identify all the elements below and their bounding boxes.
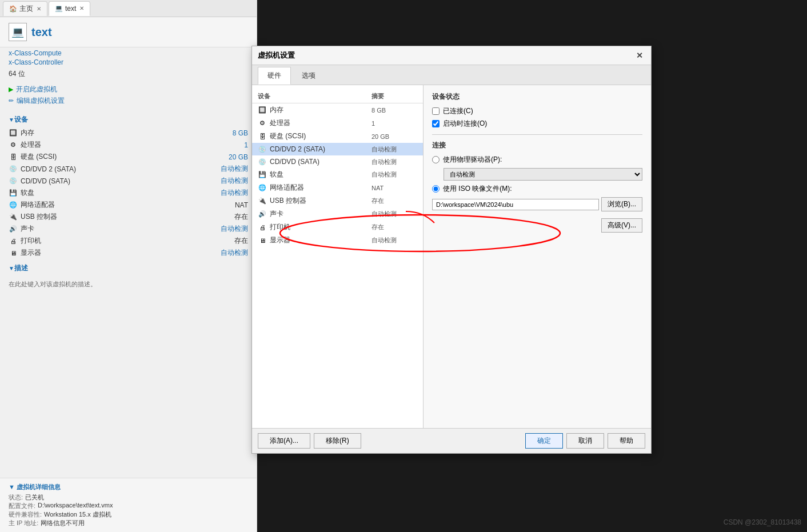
desc-placeholder: 在此处键入对该虚拟机的描述。 — [9, 280, 248, 289]
detail-label: 配置文件: — [9, 502, 35, 510]
detail-value: D:\workspace\text\text.vmx — [38, 502, 113, 510]
dialog-device-dvd2sata[interactable]: 💿CD/DVD 2 (SATA)自动检测 — [252, 143, 423, 155]
dli-summary-dvdsata: 自动检测 — [371, 158, 417, 166]
tab-text[interactable]: 💻 text ✕ — [49, 1, 90, 16]
dialog-footer: 添加(A)... 移除(R) 确定 取消 帮助 — [252, 428, 651, 453]
dli-name-sound: 声卡 — [270, 209, 371, 219]
dialog-device-printer[interactable]: 🖨打印机存在 — [252, 221, 423, 234]
start-label: 开启此虚拟机 — [16, 85, 57, 94]
ok-button[interactable]: 确定 — [525, 433, 563, 449]
tab-home-label: 主页 — [19, 4, 33, 14]
vm-name: text — [31, 26, 52, 39]
dli-summary-usb: 存在 — [371, 197, 417, 205]
dialog-device-hdd[interactable]: 🗄硬盘 (SCSI)20 GB — [252, 130, 423, 143]
col-summary: 摘要 — [371, 92, 417, 101]
physical-drive-select[interactable]: 自动检测 — [444, 168, 642, 181]
connection-title: 连接 — [432, 141, 642, 150]
vm-icon: 💻 — [9, 23, 27, 41]
dialog-tab-options[interactable]: 选项 — [292, 67, 325, 85]
browse-button[interactable]: 浏览(B)... — [601, 197, 642, 211]
vm-device-row-dvd1: 💿CD/DVD 2 (SATA)自动检测 — [9, 163, 248, 175]
vm-detail-row: 状态:已关机 — [9, 493, 248, 502]
device-value-floppy: 自动检测 — [221, 188, 248, 198]
edit-vm-btn[interactable]: ✏ 编辑虚拟机设置 — [9, 96, 248, 106]
device-icon-usb: 🔌 — [9, 213, 18, 222]
vm-device-row-display: 🖥显示器自动检测 — [9, 247, 248, 259]
iso-path-input[interactable] — [432, 199, 599, 210]
add-button[interactable]: 添加(A)... — [258, 433, 310, 449]
iso-radio[interactable] — [432, 185, 440, 193]
remove-button[interactable]: 移除(R) — [314, 433, 361, 449]
tab-text-close[interactable]: ✕ — [79, 5, 84, 11]
tab-home-close[interactable]: ✕ — [37, 6, 41, 12]
dli-name-floppy: 软盘 — [270, 170, 371, 179]
detail-label: 主 IP 地址: — [9, 519, 38, 527]
dli-icon-processor: ⚙ — [258, 119, 267, 128]
device-icon-network: 🌐 — [9, 201, 18, 210]
device-name-memory: 内存 — [21, 128, 233, 138]
advanced-button[interactable]: 高级(V)... — [601, 218, 642, 233]
device-value-dvd2: 自动检测 — [221, 176, 248, 186]
sidebar-item-compute[interactable]: x-Class-Compute — [9, 49, 248, 58]
tab-bar: 🏠 主页 ✕ 💻 text ✕ — [0, 0, 257, 17]
dli-name-memory: 内存 — [270, 105, 371, 115]
help-button[interactable]: 帮助 — [608, 433, 645, 449]
dli-icon-floppy: 💾 — [258, 170, 267, 179]
sidebar-item-controller[interactable]: x-Class-Controller — [9, 58, 248, 67]
dialog-device-dvdsata[interactable]: 💿CD/DVD (SATA)自动检测 — [252, 155, 423, 168]
dialog-device-sound[interactable]: 🔊声卡自动检测 — [252, 207, 423, 221]
dialog-device-network[interactable]: 🌐网络适配器NAT — [252, 181, 423, 194]
device-value-usb: 存在 — [234, 212, 248, 222]
dialog-content: 设备 摘要 🔲内存8 GB⚙处理器1🗄硬盘 (SCSI)20 GB💿CD/DVD… — [252, 85, 651, 428]
vm-details-header: ▼ 虚拟机详细信息 — [9, 483, 248, 491]
tab-home[interactable]: 🏠 主页 ✕ — [3, 1, 47, 16]
dialog-titlebar: 虚拟机设置 ✕ — [252, 46, 651, 65]
device-value-network: NAT — [235, 201, 248, 209]
dli-name-display: 显示器 — [270, 235, 371, 245]
connect-on-start-label: 启动时连接(O) — [443, 119, 487, 129]
dialog-device-memory[interactable]: 🔲内存8 GB — [252, 103, 423, 117]
edit-icon: ✏ — [9, 97, 14, 105]
device-icon-memory: 🔲 — [9, 129, 18, 138]
device-icon-processor: ⚙ — [9, 141, 18, 150]
device-name-hdd: 硬盘 (SCSI) — [21, 152, 229, 162]
divider-1 — [432, 134, 642, 135]
dli-summary-sound: 自动检测 — [371, 210, 417, 218]
vm-title-area: 💻 text — [0, 17, 257, 47]
vm-device-row-processor: ⚙处理器1 — [9, 139, 248, 151]
device-icon-hdd: 🗄 — [9, 153, 18, 162]
dialog-device-floppy[interactable]: 💾软盘自动检测 — [252, 168, 423, 181]
start-vm-btn[interactable]: ▶ 开启此虚拟机 — [9, 85, 248, 94]
device-name-floppy: 软盘 — [21, 188, 221, 198]
physical-label: 使用物理驱动器(P): — [443, 155, 502, 165]
dli-name-dvdsata: CD/DVD (SATA) — [270, 158, 371, 166]
iso-path-row: 浏览(B)... — [432, 197, 642, 211]
dli-name-printer: 打印机 — [270, 222, 371, 232]
footer-left: 添加(A)... 移除(R) — [258, 433, 361, 449]
action-buttons: ▶ 开启此虚拟机 ✏ 编辑虚拟机设置 — [0, 80, 257, 110]
device-status-title: 设备状态 — [432, 92, 642, 102]
vm-details: ▼ 虚拟机详细信息 状态:已关机配置文件:D:\workspace\text\t… — [0, 478, 257, 532]
vm-device-row-floppy: 💾软盘自动检测 — [9, 187, 248, 199]
dli-icon-usb: 🔌 — [258, 197, 267, 206]
csdn-watermark: CSDN @2302_81013438 — [724, 518, 801, 526]
dialog-device-display[interactable]: 🖥显示器自动检测 — [252, 234, 423, 247]
connected-checkbox[interactable] — [432, 107, 440, 115]
dialog-device-usb[interactable]: 🔌USB 控制器存在 — [252, 194, 423, 207]
connected-row: 已连接(C) — [432, 106, 642, 116]
dialog-tab-hardware[interactable]: 硬件 — [258, 67, 291, 85]
dialog-device-processor[interactable]: ⚙处理器1 — [252, 117, 423, 130]
dli-icon-printer: 🖨 — [258, 223, 267, 232]
dli-summary-display: 自动检测 — [371, 236, 417, 245]
cancel-button[interactable]: 取消 — [566, 433, 604, 449]
vm-tab-icon: 💻 — [55, 5, 63, 12]
iso-label: 使用 ISO 映像文件(M): — [443, 184, 512, 194]
dli-icon-dvdsata: 💿 — [258, 157, 267, 166]
connect-on-start-checkbox[interactable] — [432, 120, 440, 127]
physical-radio[interactable] — [432, 156, 440, 163]
detail-value: 已关机 — [25, 493, 44, 502]
dialog-title: 虚拟机设置 — [258, 50, 295, 61]
dialog-close-btn[interactable]: ✕ — [634, 50, 645, 61]
device-name-display: 显示器 — [21, 248, 221, 258]
device-value-dvd1: 自动检测 — [221, 164, 248, 174]
